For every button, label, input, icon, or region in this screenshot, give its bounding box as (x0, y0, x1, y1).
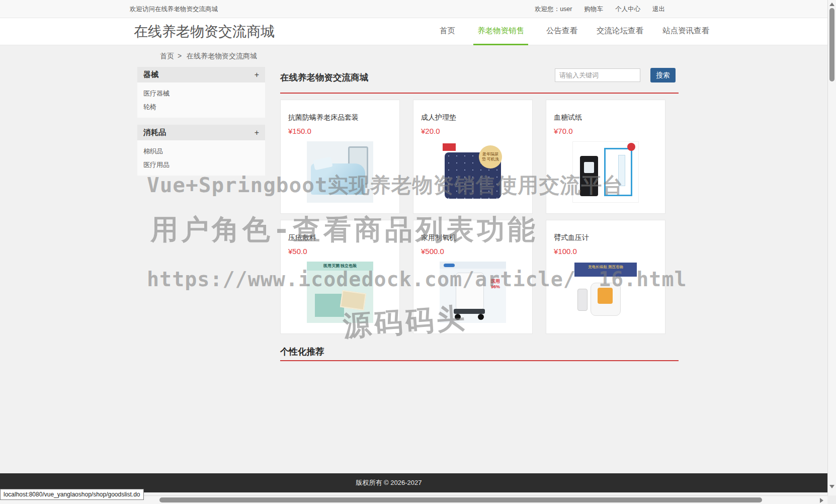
vertical-scrollbar-thumb[interactable] (829, 8, 834, 81)
scrollbar-corner (827, 495, 836, 504)
nav-site-news[interactable]: 站点资讯查看 (661, 18, 710, 45)
horizontal-scrollbar-thumb[interactable] (159, 497, 762, 502)
site-title: 在线养老物资交流商城 (134, 18, 275, 45)
browser-viewport: 欢迎访问在线养老物资交流商城 欢迎您：user 购物车 个人中心 退出 在线养老… (0, 0, 836, 504)
product-name: 压疮敷料 (288, 233, 392, 242)
category-header-consumables[interactable]: 消耗品 + (137, 125, 265, 140)
recommend-title: 个性化推荐 (280, 346, 324, 358)
category-group-consumables: 消耗品 + 棉织品 医疗用品 (137, 125, 265, 176)
product-price: ¥70.0 (554, 127, 657, 135)
category-body: 医疗器械 轮椅 (137, 82, 265, 118)
image-caption: 医用 96% (486, 279, 505, 290)
breadcrumb-current: 在线养老物资交流商城 (187, 52, 257, 60)
status-url-tooltip: localhost:8080/vue_yanglaoshop/shop/good… (0, 489, 144, 500)
product-card[interactable]: 压疮敷料 ¥50.0 医用灭菌 独立包装 (280, 220, 400, 334)
sidebar-item-wheelchair[interactable]: 轮椅 (137, 100, 265, 114)
category-header-equipment[interactable]: 器械 + (137, 67, 265, 82)
product-card[interactable]: 成人护理垫 ¥20.0 老年隔尿垫 可机洗 (413, 100, 533, 214)
product-name: 臂式血压计 (554, 233, 657, 242)
product-card[interactable]: 抗菌防螨养老床品套装 ¥150.0 (280, 100, 400, 214)
page-title: 在线养老物资交流商城 (280, 71, 368, 83)
plus-icon: + (255, 70, 259, 79)
section-divider (280, 93, 679, 94)
nav-forum[interactable]: 交流论坛查看 (596, 18, 644, 45)
welcome-text: 欢迎访问在线养老物资交流商城 (130, 0, 218, 18)
image-caption: 充电长续航 测压准确 (574, 263, 637, 277)
product-name: 家用制氧机 (421, 233, 525, 242)
image-caption: 医用灭菌 独立包装 (307, 262, 373, 271)
category-title: 器械 (143, 70, 158, 79)
nav-announcements[interactable]: 公告查看 (545, 18, 578, 45)
top-bar: 欢迎访问在线养老物资交流商城 欢迎您：user 购物车 个人中心 退出 (0, 0, 827, 18)
sidebar-item-cotton-goods[interactable]: 棉织品 (137, 144, 265, 158)
top-user-links: 欢迎您：user 购物车 个人中心 退出 (535, 0, 665, 18)
vertical-scrollbar[interactable] (827, 0, 836, 504)
product-price: ¥500.0 (421, 247, 525, 256)
breadcrumb-separator: > (178, 52, 182, 60)
profile-link[interactable]: 个人中心 (615, 5, 640, 14)
scroll-up-arrow-icon[interactable] (829, 3, 834, 6)
product-image (307, 141, 373, 203)
breadcrumb-home[interactable]: 首页 (160, 52, 174, 60)
plus-icon: + (255, 128, 259, 137)
product-card[interactable]: 血糖试纸 ¥70.0 (546, 100, 665, 214)
category-title: 消耗品 (143, 128, 166, 137)
nav-goods-sale[interactable]: 养老物资销售 (473, 18, 528, 45)
main-nav: 首页 养老物资销售 公告查看 交流论坛查看 站点资讯查看 (439, 18, 710, 45)
category-group-equipment: 器械 + 医疗器械 轮椅 (137, 67, 265, 118)
user-greeting: 欢迎您：user (535, 5, 572, 14)
logout-link[interactable]: 退出 (652, 5, 665, 14)
image-caption: 老年隔尿垫 可机洗 (479, 145, 502, 169)
product-price: ¥50.0 (288, 247, 392, 256)
scroll-right-arrow-icon[interactable] (820, 498, 823, 503)
product-image (572, 141, 639, 203)
product-image: 老年隔尿垫 可机洗 (440, 141, 506, 203)
category-body: 棉织品 医疗用品 (137, 140, 265, 176)
sidebar-item-medical-equipment[interactable]: 医疗器械 (137, 87, 265, 100)
search-input[interactable] (555, 68, 640, 82)
product-name: 抗菌防螨养老床品套装 (288, 113, 392, 122)
sidebar-item-medical-supplies[interactable]: 医疗用品 (137, 158, 265, 172)
product-price: ¥20.0 (421, 127, 525, 135)
section-divider (280, 360, 679, 361)
nav-home[interactable]: 首页 (439, 18, 456, 45)
product-image: 医用灭菌 独立包装 (307, 262, 373, 323)
product-name: 成人护理垫 (421, 113, 525, 122)
cart-link[interactable]: 购物车 (584, 5, 604, 14)
scroll-down-arrow-icon[interactable] (829, 485, 834, 488)
breadcrumb: 首页 > 在线养老物资交流商城 (160, 52, 259, 61)
product-card[interactable]: 家用制氧机 ¥500.0 医用 96% (413, 220, 533, 334)
product-price: ¥150.0 (288, 127, 392, 135)
category-sidebar: 器械 + 医疗器械 轮椅 消耗品 + 棉织品 医疗用品 (137, 67, 265, 183)
product-name: 血糖试纸 (554, 113, 657, 122)
search-button[interactable]: 搜索 (650, 68, 676, 82)
product-image: 医用 96% (440, 262, 506, 323)
product-card[interactable]: 臂式血压计 ¥100.0 充电长续航 测压准确 (546, 220, 665, 334)
product-price: ¥100.0 (554, 247, 657, 256)
site-header: 在线养老物资交流商城 首页 养老物资销售 公告查看 交流论坛查看 站点资讯查看 (0, 18, 827, 45)
product-image: 充电长续航 测压准确 (572, 262, 639, 323)
